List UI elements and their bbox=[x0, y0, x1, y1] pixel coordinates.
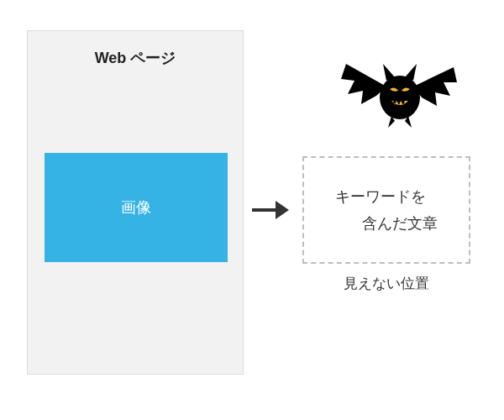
webpage-title: Web ページ bbox=[28, 48, 243, 68]
arrow-right-icon bbox=[252, 200, 289, 220]
hidden-text-box: キーワードを 含んだ文章 bbox=[302, 156, 470, 264]
image-label: 画像 bbox=[121, 197, 151, 218]
hidden-text-line2: 含んだ文章 bbox=[335, 210, 438, 237]
image-placeholder: 画像 bbox=[45, 153, 228, 262]
hidden-caption: 見えない位置 bbox=[302, 274, 470, 293]
webpage-container: Web ページ 画像 bbox=[27, 30, 244, 375]
hidden-text-line1: キーワードを bbox=[335, 188, 426, 205]
bat-icon bbox=[336, 49, 462, 141]
svg-point-0 bbox=[380, 76, 420, 119]
